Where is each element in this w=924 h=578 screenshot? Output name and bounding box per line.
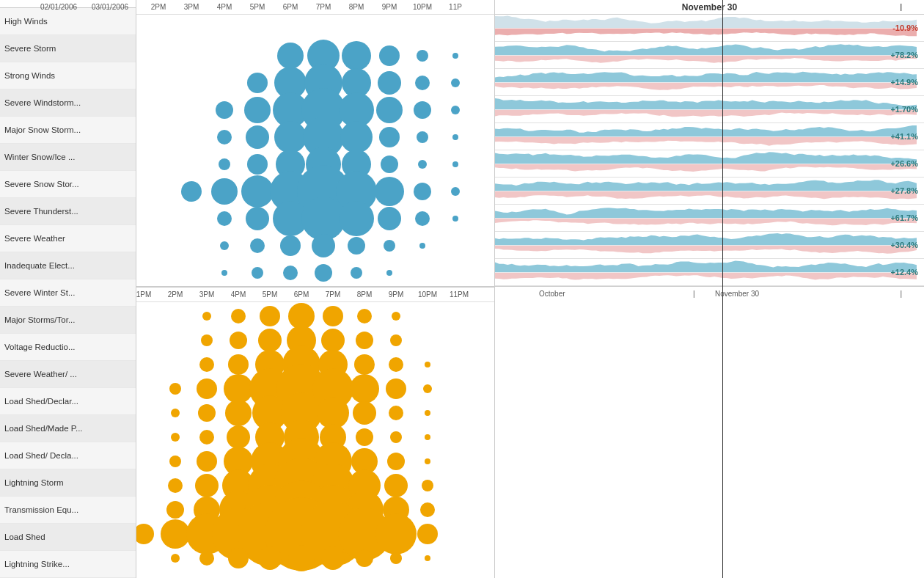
blue-bubble-4-6 (340, 121, 373, 153)
bottom-axis-label-1: 2PM (168, 290, 183, 299)
blue-area-6 (495, 180, 917, 191)
area-value-label-7: +61.7% (890, 213, 918, 222)
blue-bubble-section (136, 15, 494, 286)
orange-bubble-4-1 (171, 409, 180, 417)
bottom-axis-label-7: 8PM (357, 290, 373, 299)
blue-bubble-5-7 (381, 156, 398, 173)
event-row-20: Lightning Strike... (0, 551, 136, 578)
top-axis-label-2: 4PM (217, 3, 232, 11)
bottom-axis-label-6: 7PM (326, 290, 341, 299)
blue-bubble-3-8 (414, 101, 431, 119)
event-label-11: Major Storms/Tor... (4, 315, 76, 324)
orange-bubble-2-8 (389, 357, 403, 372)
blue-bubble-3-3 (244, 97, 271, 123)
red-area-5 (495, 164, 917, 172)
blue-bubble-1-9 (452, 53, 458, 59)
blue-bubble-1-6 (342, 41, 371, 70)
orange-bubble-0-6 (323, 306, 343, 326)
blue-bubble-5-9 (452, 161, 458, 167)
event-row-6: Severe Snow Stor... (0, 171, 136, 198)
event-row-0: High Winds (0, 8, 136, 35)
orange-bubble-5-1 (171, 433, 180, 442)
blue-bubble-4-7 (379, 127, 400, 147)
area-row-1: +78.2% (495, 42, 924, 69)
red-area-7 (495, 219, 917, 226)
blue-bubble-7-2 (217, 211, 232, 226)
top-time-axis: 2PM3PM4PM5PM6PM7PM8PM9PM10PM11P (136, 0, 494, 15)
blue-bubble-4-3 (246, 125, 269, 149)
blue-bubble-9-4 (283, 266, 298, 280)
blue-bubble-1-8 (417, 50, 428, 62)
area-value-label-2: +14.9% (890, 78, 918, 87)
orange-bubble-3-7 (350, 374, 379, 403)
area-chart-svg-3 (495, 96, 924, 123)
event-label-20: Lightning Strike... (4, 560, 70, 568)
orange-bubble-7-2 (195, 474, 219, 497)
event-row-3: Severe Windstorm... (0, 89, 136, 117)
vertical-divider (722, 0, 723, 14)
blue-bubble-8-4 (280, 235, 301, 256)
blue-bubble-8-6 (348, 237, 365, 255)
orange-bubble-5-7 (356, 428, 373, 446)
bottom-axis-right: October | November 30 | (495, 286, 924, 301)
orange-bubble-1-4 (258, 329, 282, 352)
blue-bubble-9-6 (351, 267, 362, 279)
orange-bubble-0-2 (202, 312, 211, 321)
area-chart-svg-5 (495, 150, 924, 178)
orange-bubble-0-4 (260, 306, 280, 326)
area-value-label-6: +27.8% (890, 186, 918, 195)
blue-bubble-6-3 (241, 175, 274, 208)
middle-panel: 2PM3PM4PM5PM6PM7PM8PM9PM10PM11P 1PM2PM3P… (136, 0, 495, 578)
orange-bubble-6-2 (197, 451, 217, 472)
area-chart-svg-9 (495, 259, 924, 286)
blue-bubble-5-3 (247, 154, 268, 175)
event-label-14: Load Shed/Declar... (4, 397, 78, 406)
event-label-9: Inadequate Elect... (4, 261, 75, 270)
orange-bubble-6-9 (425, 458, 430, 464)
area-value-label-1: +78.2% (890, 51, 918, 59)
event-label-0: High Winds (4, 17, 48, 26)
blue-bubble-7-7 (378, 207, 401, 230)
date-label-1: 02/01/2006 (40, 3, 77, 11)
orange-bubble-9-8 (375, 513, 417, 555)
orange-bubble-10-3 (228, 548, 249, 568)
top-axis-label-5: 7PM (316, 3, 331, 11)
orange-bubble-0-3 (231, 309, 246, 323)
orange-bubble-0-8 (392, 312, 400, 321)
orange-bubble-1-6 (321, 329, 345, 352)
blue-bubble-2-8 (415, 76, 430, 90)
area-chart-svg-2 (495, 69, 924, 96)
bottom-tick-right: | (900, 290, 902, 298)
blue-area-8 (495, 233, 917, 246)
event-label-7: Severe Thunderst... (4, 207, 78, 216)
event-row-10: Severe Winter St... (0, 279, 136, 307)
blue-bubble-3-2 (216, 101, 233, 119)
left-panel: 02/01/2006 03/01/2006 High WindsSevere S… (0, 0, 136, 578)
orange-bubble-8-1 (166, 501, 184, 519)
event-label-12: Voltage Reductio... (4, 343, 76, 351)
event-row-8: Severe Weather (0, 225, 136, 252)
event-row-16: Load Shed/ Decla... (0, 442, 136, 469)
blue-area-4 (495, 125, 917, 137)
blue-bubble-7-6 (339, 201, 374, 236)
area-value-label-0: -10.9% (892, 23, 918, 32)
orange-bubble-4-2 (198, 404, 216, 422)
event-label-18: Transmission Equ... (4, 505, 78, 514)
right-panel: November 30 | -10.9%+78.2%+14.9%+1.70%+4… (495, 0, 924, 578)
blue-area-9 (495, 261, 917, 273)
orange-bubble-0-7 (357, 309, 372, 323)
blue-bubble-1-7 (379, 45, 400, 66)
orange-bubble-10-8 (390, 552, 402, 564)
event-row-9: Inadequate Elect... (0, 252, 136, 279)
area-row-4: +41.1% (495, 123, 924, 150)
event-row-11: Major Storms/Tor... (0, 307, 136, 334)
event-label-10: Severe Winter St... (4, 288, 76, 297)
area-row-5: +26.6% (495, 150, 924, 178)
event-row-2: Strong Winds (0, 62, 136, 89)
event-label-13: Severe Weather/ ... (4, 370, 77, 378)
orange-bubble-4-7 (353, 401, 376, 425)
blue-bubble-5-8 (418, 160, 427, 169)
blue-bubble-6-2 (211, 178, 238, 205)
blue-bubble-8-8 (419, 243, 425, 249)
red-area-0 (495, 29, 917, 37)
